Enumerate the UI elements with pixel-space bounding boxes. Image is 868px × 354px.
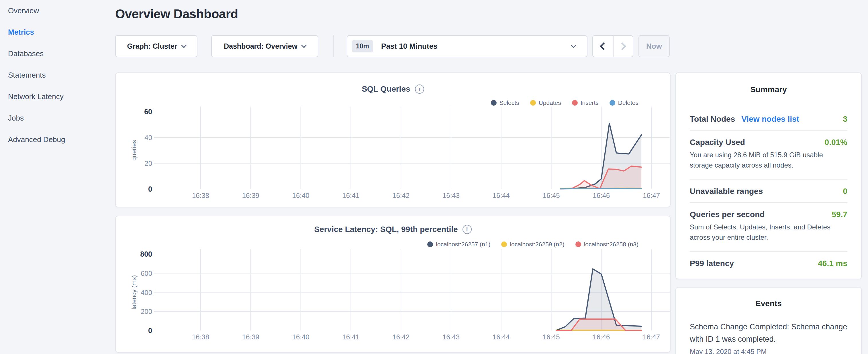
x-axis-label: 16:46 — [593, 192, 610, 199]
chevron-right-icon — [618, 42, 626, 50]
admin-ui-page: Overview Metrics Databases Statements Ne… — [0, 0, 868, 354]
toolbar-divider — [333, 35, 334, 57]
x-axis-label: 16:43 — [442, 192, 460, 199]
x-axis-label: 16:40 — [292, 333, 309, 341]
x-axis-label: 16:39 — [242, 192, 259, 199]
service-latency-chart: 16:3816:3916:4016:4116:4216:4316:4416:45… — [116, 216, 671, 353]
y-axis-label: 40 — [145, 134, 152, 141]
view-nodes-list-link[interactable]: View nodes list — [741, 115, 799, 124]
summary-row-value: 46.1 ms — [818, 259, 847, 268]
y-axis-label: 600 — [141, 269, 152, 277]
y-axis-label: 20 — [145, 160, 152, 167]
x-axis-label: 16:41 — [342, 333, 359, 341]
dashboard-dropdown-label: Dashboard: Overview — [224, 42, 298, 51]
summary-row-value: 0 — [843, 187, 847, 196]
x-axis-label: 16:39 — [242, 333, 259, 341]
sql-queries-chart-card: SQL Queries i SelectsUpdatesInsertsDelet… — [115, 72, 671, 207]
x-axis-label: 16:47 — [643, 333, 660, 341]
x-axis-label: 16:47 — [643, 192, 660, 199]
summary-panel: Summary Total Nodes View nodes list 3 Ca… — [676, 72, 862, 279]
dashboard-dropdown[interactable]: Dashboard: Overview — [211, 35, 318, 57]
events-title: Events — [690, 299, 847, 308]
summary-row-description: You are using 28.6 MiB of 515.9 GiB usab… — [690, 149, 847, 175]
sidebar-item-metrics[interactable]: Metrics — [0, 22, 115, 43]
service-latency-chart-card: Service Latency: SQL, 99th percentile i … — [115, 216, 671, 353]
x-axis-label: 16:46 — [593, 333, 610, 341]
x-axis-label: 16:44 — [493, 333, 510, 341]
page-title: Overview Dashboard — [115, 7, 238, 21]
sidebar-item-overview[interactable]: Overview — [0, 0, 115, 22]
y-axis-label: 0 — [148, 326, 152, 334]
summary-row-queries-per-second: Queries per second 59.7 — [690, 203, 847, 221]
summary-row-description: Sum of Selects, Updates, Inserts, and De… — [690, 221, 847, 247]
x-axis-label: 16:40 — [292, 192, 309, 199]
y-axis-unit-label: queries — [130, 140, 137, 161]
x-axis-label: 16:43 — [442, 333, 460, 341]
x-axis-label: 16:45 — [543, 333, 560, 341]
sidebar-item-statements[interactable]: Statements — [0, 64, 115, 86]
summary-row-label: Unavailable ranges — [690, 187, 763, 196]
y-axis-unit-label: latency (ms) — [130, 275, 137, 310]
now-button[interactable]: Now — [639, 35, 670, 57]
x-axis-label: 16:42 — [392, 192, 409, 199]
sidebar-item-advanced-debug[interactable]: Advanced Debug — [0, 129, 115, 150]
x-axis-label: 16:41 — [342, 192, 359, 199]
chevron-left-icon — [600, 42, 608, 50]
time-range-badge: 10m — [352, 40, 373, 53]
chevron-down-icon — [181, 43, 186, 48]
time-step-buttons — [592, 35, 633, 57]
series-line — [560, 189, 641, 189]
summary-row-total-nodes: Total Nodes View nodes list 3 — [690, 107, 847, 126]
events-panel: Events Schema Change Completed: Schema c… — [676, 287, 862, 354]
time-range-dropdown[interactable]: 10m Past 10 Minutes — [347, 35, 587, 57]
event-timestamp: May 13, 2020 at 4:45 PM — [690, 348, 847, 354]
sidebar-item-network-latency[interactable]: Network Latency — [0, 86, 115, 107]
summary-row-unavailable-ranges: Unavailable ranges 0 — [690, 180, 847, 198]
sidebar: Overview Metrics Databases Statements Ne… — [0, 0, 115, 354]
y-axis-label: 800 — [140, 250, 152, 258]
chevron-down-icon — [301, 43, 306, 48]
summary-row-value: 0.01% — [825, 138, 847, 147]
summary-row-value: 3 — [843, 115, 847, 124]
summary-row-label: Capacity Used — [690, 138, 745, 147]
x-axis-label: 16:44 — [493, 192, 510, 199]
graph-dropdown[interactable]: Graph: Cluster — [115, 35, 197, 57]
sidebar-item-databases[interactable]: Databases — [0, 43, 115, 64]
y-axis-label: 0 — [148, 185, 152, 193]
summary-rows: Total Nodes View nodes list 3 Capacity U… — [690, 107, 847, 270]
summary-row-p99-latency: P99 latency 46.1 ms — [690, 252, 847, 270]
next-time-button[interactable] — [613, 36, 633, 57]
x-axis-label: 16:38 — [192, 192, 209, 199]
x-axis-label: 16:38 — [192, 333, 209, 341]
event-message[interactable]: Schema Change Completed: Schema change w… — [690, 321, 847, 345]
previous-time-button[interactable] — [593, 36, 613, 57]
summary-title: Summary — [690, 85, 847, 94]
y-axis-label: 400 — [141, 289, 152, 296]
time-range-label: Past 10 Minutes — [381, 42, 438, 51]
sidebar-item-jobs[interactable]: Jobs — [0, 107, 115, 129]
x-axis-label: 16:42 — [392, 333, 409, 341]
summary-row-label: Queries per second — [690, 210, 765, 219]
summary-row-label: Total Nodes — [690, 115, 735, 124]
chevron-down-icon — [571, 43, 576, 48]
sql-queries-chart: 16:3816:3916:4016:4116:4216:4316:4416:45… — [116, 73, 671, 208]
summary-row-label: P99 latency — [690, 259, 734, 268]
y-axis-label: 60 — [144, 108, 152, 116]
x-axis-label: 16:45 — [543, 192, 560, 199]
graph-dropdown-label: Graph: Cluster — [127, 42, 177, 51]
summary-row-value: 59.7 — [832, 210, 848, 219]
summary-row-capacity-used: Capacity Used 0.01% — [690, 131, 847, 149]
y-axis-label: 200 — [141, 308, 152, 315]
